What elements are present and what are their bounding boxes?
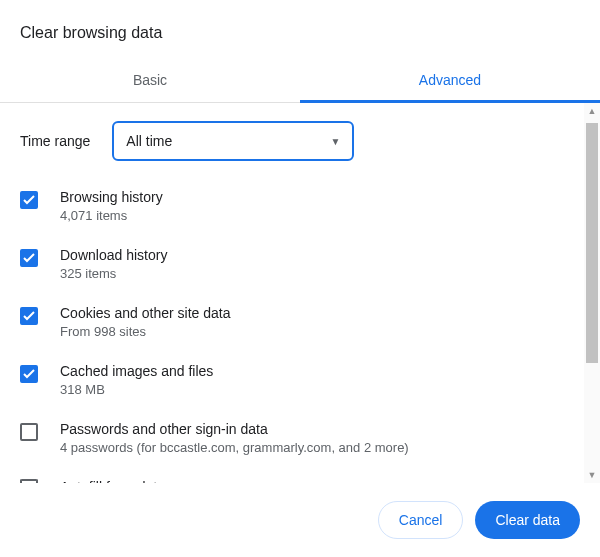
item-sub: 325 items — [60, 266, 167, 281]
checkbox-browsing-history[interactable] — [20, 191, 38, 209]
timerange-row: Time range All time ▼ — [20, 121, 580, 161]
checkmark-icon — [23, 311, 35, 321]
tabs: Basic Advanced — [0, 60, 600, 103]
checkmark-icon — [23, 195, 35, 205]
clear-browsing-data-dialog: Clear browsing data Basic Advanced Time … — [0, 0, 600, 557]
checkmark-icon — [23, 253, 35, 263]
checkbox-cookies[interactable] — [20, 307, 38, 325]
checkbox-passwords[interactable] — [20, 423, 38, 441]
list-item: Autofill form data — [20, 479, 580, 483]
scrollbar-thumb[interactable] — [586, 123, 598, 363]
checkbox-cached-images[interactable] — [20, 365, 38, 383]
item-label: Autofill form data — [60, 479, 165, 483]
footer: Cancel Clear data — [0, 483, 600, 557]
item-sub: 4,071 items — [60, 208, 163, 223]
scroll-down-icon[interactable]: ▼ — [584, 467, 600, 483]
cancel-button[interactable]: Cancel — [378, 501, 464, 539]
tab-advanced[interactable]: Advanced — [300, 60, 600, 102]
clear-data-button[interactable]: Clear data — [475, 501, 580, 539]
item-sub: 318 MB — [60, 382, 213, 397]
item-label: Browsing history — [60, 189, 163, 205]
checkmark-icon — [23, 369, 35, 379]
scrollbar[interactable]: ▲ ▼ — [584, 103, 600, 483]
list-item: Browsing history 4,071 items — [20, 189, 580, 223]
item-label: Download history — [60, 247, 167, 263]
tab-basic[interactable]: Basic — [0, 60, 300, 102]
list-item: Download history 325 items — [20, 247, 580, 281]
item-sub: 4 passwords (for bccastle.com, grammarly… — [60, 440, 409, 455]
timerange-select-value: All time — [126, 133, 172, 149]
item-sub: From 998 sites — [60, 324, 230, 339]
list-item: Passwords and other sign-in data 4 passw… — [20, 421, 580, 455]
item-label: Cached images and files — [60, 363, 213, 379]
scroll-up-icon[interactable]: ▲ — [584, 103, 600, 119]
dialog-title: Clear browsing data — [0, 0, 600, 60]
list-item: Cookies and other site data From 998 sit… — [20, 305, 580, 339]
content: Time range All time ▼ Browsing history 4… — [0, 103, 600, 483]
list-item: Cached images and files 318 MB — [20, 363, 580, 397]
checkbox-autofill[interactable] — [20, 479, 38, 483]
timerange-label: Time range — [20, 133, 90, 149]
content-wrap: Time range All time ▼ Browsing history 4… — [0, 103, 600, 483]
item-label: Cookies and other site data — [60, 305, 230, 321]
chevron-down-icon: ▼ — [330, 136, 340, 147]
item-label: Passwords and other sign-in data — [60, 421, 409, 437]
timerange-select[interactable]: All time ▼ — [112, 121, 354, 161]
checkbox-download-history[interactable] — [20, 249, 38, 267]
